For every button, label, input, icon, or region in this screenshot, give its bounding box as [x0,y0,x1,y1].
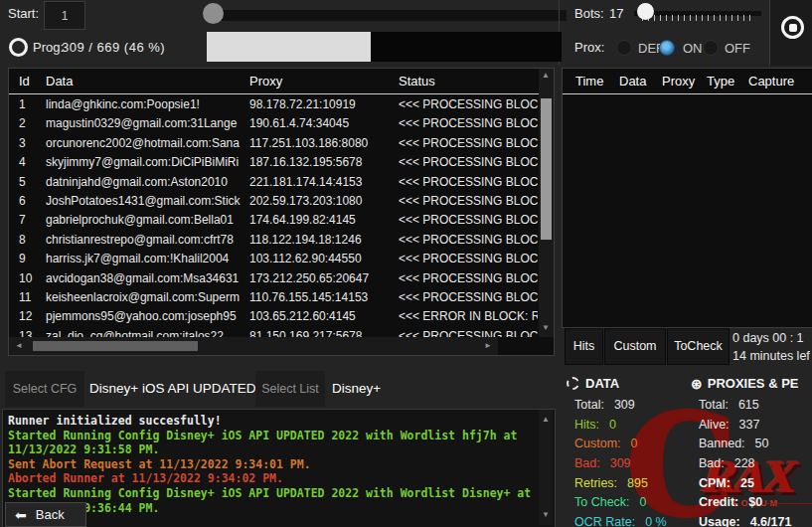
stat-label: Bad: [699,456,725,470]
stop-button[interactable] [781,16,804,39]
stat-row: Total:309 [574,396,690,416]
stat-row: Hits:0 [574,416,690,436]
column-header-proxy: Proxy [662,74,695,88]
stat-value: 0 [631,437,638,450]
table-row[interactable]: 5 datninjahd@gmail.com:Aston2010 221.181… [9,173,540,192]
scroll-down-icon[interactable]: ▼ [542,511,550,519]
runner-table-horizontal-scrollbar[interactable]: ◄ ► [9,337,498,355]
log-scrollbar[interactable]: ▲ ▼ [539,410,553,525]
horizontal-scrollbar-thumb[interactable] [33,341,198,351]
table-row[interactable]: 8 christianrestrepo@gmail.com:cfrt78 118… [9,231,540,250]
log-line: Runner initialized succesfully! [8,414,539,429]
start-label: Start: [8,6,39,21]
stat-value: 337 [739,418,760,432]
cell-data: gabrielprochuk@gmail.com:Bella01 [46,211,246,230]
cell-data: keisheenlacroix@gmail.com:Superm [46,288,246,307]
stat-row: CPM:25 [699,474,812,494]
cell-status: <<< PROCESSING BLOCK [399,95,538,114]
table-row[interactable]: 12 pjemmons95@yahoo.com:joseph95 103.65.… [9,307,540,326]
select-cfg-button[interactable]: Select CFG [5,371,84,407]
cell-status: <<< PROCESSING BLOCK [399,269,538,288]
select-list-button[interactable]: Select List [255,371,325,407]
scroll-down-icon[interactable]: ▼ [542,324,550,332]
start-slider-thumb[interactable] [203,3,224,24]
scroll-up-icon[interactable]: ▲ [542,416,550,424]
stat-label: OCR Rate: [574,515,635,527]
header-divider [563,93,812,94]
stat-value: 4.6/171 [750,515,792,527]
data-panel-title: DATA [585,376,619,391]
column-header-time: Time [575,74,603,88]
cell-proxy: 118.122.194.18:1246 [249,231,395,250]
tab-tocheck[interactable]: ToCheck [667,328,730,365]
radio-off-label: OFF [725,41,750,56]
cell-id: 9 [19,250,43,268]
cell-proxy: 117.251.103.186:8080 [249,134,395,153]
cell-id: 3 [19,134,43,153]
table-row[interactable]: 1 linda@ghkinc.com:Poopsie1! 98.178.72.2… [9,95,540,114]
stat-label: Credit: [699,495,738,509]
table-row[interactable]: 9 harriss.jk7@gmail.com:!Khalil2004 103.… [9,250,540,268]
stat-value: $0 [748,495,762,509]
cell-id: 10 [19,269,43,288]
cell-status: <<< PROCESSING BLOCK [399,114,538,133]
stat-value: 228 [734,456,755,470]
table-row[interactable]: 4 skyjimmy7@gmail.com:DiCiPiBiMiRi 187.1… [9,153,540,172]
cell-data: pjemmons95@yahoo.com:joseph95 [46,307,246,326]
radio-proxies-off[interactable] [703,40,719,56]
runner-table: Id Data Proxy Status 1 linda@ghkinc.com:… [8,68,555,356]
tab-hits[interactable]: Hits [565,328,603,365]
radio-on-label: ON [683,41,703,56]
stat-label: Alive: [699,418,730,432]
stat-value: 0 [640,495,647,509]
runner-table-vertical-scrollbar[interactable]: ▲ ▼ [539,69,554,337]
results-table: Time Data Proxy Type Capture [562,68,812,328]
data-stat-rows: Total:309 Hits:0 Custom:0 Bad:309 Retrie… [574,396,690,527]
cell-status: <<< PROCESSING BLOCK [399,327,538,337]
stat-label: Banned: [699,437,745,450]
scroll-up-icon[interactable]: ▲ [542,72,550,80]
table-row[interactable]: 11 keisheenlacroix@gmail.com:Superm 110.… [9,288,540,307]
vertical-scrollbar-thumb[interactable] [541,98,552,240]
stat-label: Total: [699,398,729,412]
table-row[interactable]: 7 gabrielprochuk@gmail.com:Bella01 174.6… [9,211,540,230]
table-row[interactable]: 13 zal_dio_cg@hotmail.com:italos22 81.15… [9,327,540,337]
wordlist-name-label: Disney+ [332,371,381,407]
scroll-left-icon[interactable]: ◄ [15,342,23,350]
back-arrow-icon: ⬅ [15,507,27,523]
bots-value: 17 [609,6,623,21]
table-row[interactable]: 10 avcidogan38@gmail.com:Msa34631 173.21… [9,269,540,288]
stat-row: Banned:50 [699,435,812,454]
stat-label: Retries: [574,476,617,490]
data-stats-panel: DATA Total:309 Hits:0 Custom:0 Bad:309 [567,374,690,527]
runner-window: Start: Bots: 17 Prog: 309 / 669 (46 %) P… [0,0,812,527]
cell-id: 1 [19,95,43,114]
cell-id: 11 [19,288,43,307]
bots-slider-thumb[interactable] [637,3,654,20]
table-row[interactable]: 3 orcunorenc2002@hotmail.com:Sana 117.25… [9,134,540,153]
cell-proxy: 110.76.155.145:14153 [249,288,395,307]
back-button[interactable]: ⬅ Back [5,502,86,527]
start-slider-track[interactable] [213,10,567,21]
stat-value: 25 [740,476,754,490]
time-remaining: 0 days 00 : 1 14 minutes lef [732,329,812,369]
start-input[interactable] [44,1,85,30]
timer-line-2: 14 minutes lef [732,347,812,365]
stat-row: Bad:309 [574,454,690,474]
cell-status: <<< PROCESSING BLOCK [399,231,538,250]
scroll-right-icon[interactable]: ► [484,342,492,350]
table-row[interactable]: 6 JoshPotatoes1431@gmail.com:Stick 202.5… [9,192,540,211]
cell-data: harriss.jk7@gmail.com:!Khalil2004 [46,250,246,268]
cell-id: 13 [19,327,43,337]
cell-status: <<< PROCESSING BLOCK [399,250,538,268]
cell-status: <<< PROCESSING BLOCK [399,288,538,307]
radio-proxies-default[interactable] [616,40,632,56]
radio-proxies-on[interactable] [659,40,675,56]
data-panel-header: DATA [567,376,619,391]
tab-custom[interactable]: Custom [604,328,666,365]
stat-row: OCR Rate:0 % [574,513,690,527]
cell-status: <<< PROCESSING BLOCK [399,211,538,230]
table-row[interactable]: 2 magustin0329@gmail.com:31Lange 190.61.… [9,114,540,133]
log-line: Started Running Config Disney+ iOS API U… [8,429,539,457]
cell-data: christianrestrepo@gmail.com:cfrt78 [46,231,246,250]
